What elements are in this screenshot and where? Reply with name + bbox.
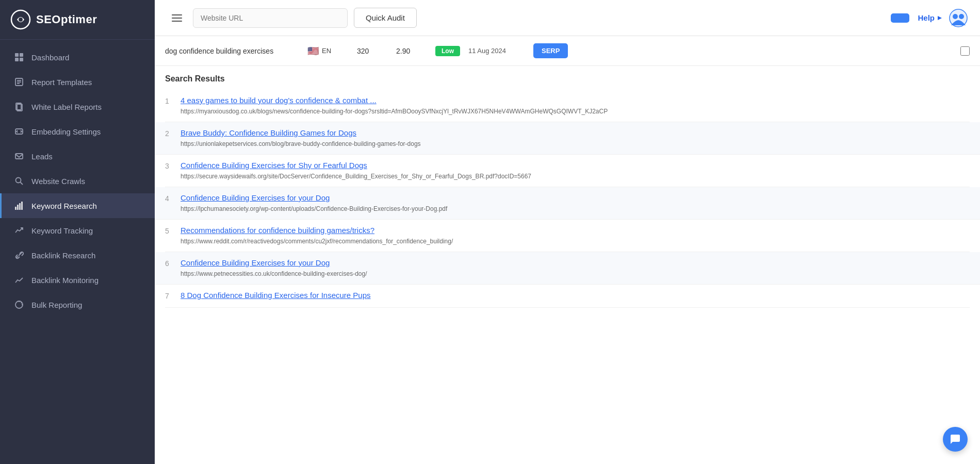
result-title-4[interactable]: Confidence Building Exercises for your D… xyxy=(181,193,970,202)
white-label-reports-icon xyxy=(14,102,24,112)
svg-rect-17 xyxy=(17,205,19,210)
result-content-1: 4 easy games to build your dog's confide… xyxy=(181,96,970,115)
topbar: Quick Audit Help xyxy=(155,0,980,36)
search-result-item-6: 6 Confidence Building Exercises for your… xyxy=(155,252,980,285)
result-content-5: Recommendations for confidence building … xyxy=(181,226,970,245)
sidebar-item-backlink-research[interactable]: Backlink Research xyxy=(0,243,155,268)
search-results-section: Search Results 1 4 easy games to build y… xyxy=(155,66,980,308)
svg-line-15 xyxy=(21,183,23,185)
sidebar-item-leads[interactable]: Leads xyxy=(0,144,155,169)
sidebar-item-backlink-monitoring-label: Backlink Monitoring xyxy=(31,276,99,285)
quick-audit-button[interactable]: Quick Audit xyxy=(354,8,417,28)
competition-badge: Low xyxy=(435,46,460,56)
url-input[interactable] xyxy=(193,8,348,28)
sidebar-item-leads-label: Leads xyxy=(31,152,53,161)
result-content-4: Confidence Building Exercises for your D… xyxy=(181,193,970,213)
volume-cell: 320 xyxy=(357,47,388,55)
sidebar-item-white-label-reports[interactable]: White Label Reports xyxy=(0,94,155,119)
keyword-research-icon xyxy=(14,201,24,211)
hamburger-button[interactable] xyxy=(167,10,187,26)
svg-rect-4 xyxy=(15,58,19,61)
backlink-monitoring-icon xyxy=(14,275,24,285)
result-url-4: https://lpchumanesociety.org/wp-content/… xyxy=(181,205,447,212)
svg-rect-13 xyxy=(15,154,23,159)
leads-icon xyxy=(14,151,24,161)
date-cell: 11 Aug 2024 xyxy=(468,47,525,55)
svg-point-20 xyxy=(15,301,23,308)
sidebar-item-bulk-reporting[interactable]: Bulk Reporting xyxy=(0,292,155,317)
result-num-6: 6 xyxy=(165,258,173,268)
sidebar-item-keyword-research[interactable]: Keyword Research xyxy=(0,193,155,218)
sidebar-item-website-crawls[interactable]: Website Crawls xyxy=(0,169,155,193)
help-button[interactable]: Help xyxy=(918,13,943,22)
sidebar: SEOptimer Dashboard Report Templates Whi… xyxy=(0,0,155,464)
sidebar-item-embedding-settings[interactable]: Embedding Settings xyxy=(0,119,155,144)
sidebar-navigation: Dashboard Report Templates White Label R… xyxy=(0,40,155,322)
language-label: EN xyxy=(322,47,331,55)
svg-rect-19 xyxy=(21,202,23,210)
sidebar-item-report-templates[interactable]: Report Templates xyxy=(0,70,155,94)
embedding-settings-icon xyxy=(14,126,24,137)
search-result-item-1: 1 4 easy games to build your dog's confi… xyxy=(165,90,970,122)
svg-rect-2 xyxy=(15,53,19,57)
result-num-5: 5 xyxy=(165,226,173,235)
svg-line-22 xyxy=(21,303,22,303)
result-title-6[interactable]: Confidence Building Exercises for your D… xyxy=(181,258,970,267)
sidebar-item-website-crawls-label: Website Crawls xyxy=(31,177,85,186)
website-crawls-icon xyxy=(14,176,24,186)
result-title-2[interactable]: Brave Buddy: Confidence Building Games f… xyxy=(181,128,970,137)
chat-bubble-button[interactable] xyxy=(943,427,968,452)
main-content: Quick Audit Help dog confidence building… xyxy=(155,0,980,464)
svg-rect-18 xyxy=(19,203,21,210)
sidebar-item-report-templates-label: Report Templates xyxy=(31,78,92,87)
sidebar-item-keyword-tracking-label: Keyword Tracking xyxy=(31,226,93,235)
user-avatar-icon[interactable] xyxy=(949,9,968,27)
result-url-3: https://secure.waysidewaifs.org/site/Doc… xyxy=(181,173,531,180)
sidebar-logo: SEOptimer xyxy=(0,0,155,40)
search-result-item-4: 4 Confidence Building Exercises for your… xyxy=(155,187,980,220)
flag-icon: 🇺🇸 xyxy=(307,45,319,57)
svg-rect-3 xyxy=(20,53,23,57)
search-result-item-3: 3 Confidence Building Exercises for Shy … xyxy=(165,155,970,187)
sidebar-item-dashboard-label: Dashboard xyxy=(31,53,69,62)
sidebar-item-backlink-monitoring[interactable]: Backlink Monitoring xyxy=(0,268,155,292)
sidebar-item-white-label-label: White Label Reports xyxy=(31,103,102,111)
search-result-item-5: 5 Recommendations for confidence buildin… xyxy=(165,220,970,252)
result-num-1: 1 xyxy=(165,96,173,105)
dashboard-icon xyxy=(14,52,24,62)
logo-text: SEOptimer xyxy=(36,13,97,26)
result-title-7[interactable]: 8 Dog Confidence Building Exercises for … xyxy=(181,291,970,300)
result-title-3[interactable]: Confidence Building Exercises for Shy or… xyxy=(181,161,970,170)
language-cell: 🇺🇸 EN xyxy=(307,45,349,57)
result-content-7: 8 Dog Confidence Building Exercises for … xyxy=(181,291,970,301)
keyword-cell: dog confidence building exercises xyxy=(165,47,299,55)
keyword-tracking-icon xyxy=(14,225,24,236)
result-num-3: 3 xyxy=(165,161,173,170)
sidebar-item-keyword-tracking[interactable]: Keyword Tracking xyxy=(0,218,155,243)
keyword-row: dog confidence building exercises 🇺🇸 EN … xyxy=(155,36,980,66)
backlink-research-icon xyxy=(14,250,24,260)
svg-point-1 xyxy=(19,18,23,22)
cpc-cell: 2.90 xyxy=(396,47,427,55)
result-url-2: https://unionlakepetservices.com/blog/br… xyxy=(181,140,421,147)
topbar-blue-button[interactable] xyxy=(891,13,909,23)
sidebar-item-dashboard[interactable]: Dashboard xyxy=(0,45,155,70)
result-url-1: https://myanxiousdog.co.uk/blogs/news/co… xyxy=(181,108,608,115)
seoptimer-logo-icon xyxy=(10,9,31,30)
result-num-2: 2 xyxy=(165,128,173,138)
keyword-checkbox[interactable] xyxy=(960,46,970,56)
result-title-1[interactable]: 4 easy games to build your dog's confide… xyxy=(181,96,970,105)
search-results-header: Search Results xyxy=(165,66,970,90)
result-content-2: Brave Buddy: Confidence Building Games f… xyxy=(181,128,970,148)
search-result-item-7: 7 8 Dog Confidence Building Exercises fo… xyxy=(165,285,970,308)
sidebar-item-keyword-research-label: Keyword Research xyxy=(31,202,97,210)
bulk-reporting-icon xyxy=(14,300,24,310)
svg-point-29 xyxy=(953,14,958,19)
svg-point-30 xyxy=(959,14,964,19)
result-title-5[interactable]: Recommendations for confidence building … xyxy=(181,226,970,235)
search-result-item-2: 2 Brave Buddy: Confidence Building Games… xyxy=(155,122,980,155)
serp-button[interactable]: SERP xyxy=(533,43,568,58)
result-url-6: https://www.petnecessities.co.uk/confide… xyxy=(181,270,367,277)
sidebar-item-embedding-label: Embedding Settings xyxy=(31,127,101,136)
svg-point-14 xyxy=(16,178,21,183)
